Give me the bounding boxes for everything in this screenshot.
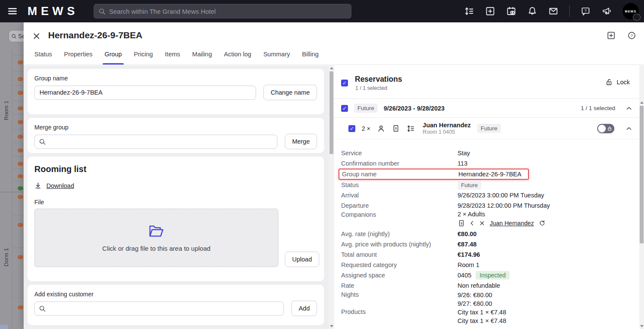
search-icon [39, 138, 46, 145]
svg-text:$: $ [395, 126, 397, 130]
file-label: File [34, 199, 317, 206]
tab-pricing[interactable]: Pricing [128, 51, 159, 65]
download-link[interactable]: Download [34, 182, 74, 189]
reservations-scrollbar[interactable] [639, 65, 644, 329]
timeline-corner [0, 325, 8, 329]
detail-row-service: Service Stay [341, 148, 632, 158]
scrollbar-thumb[interactable] [330, 71, 333, 154]
group-status-badge: Future [354, 104, 378, 113]
tab-properties[interactable]: Properties [58, 51, 98, 65]
chevron-up-icon[interactable] [626, 105, 632, 112]
tab-mailing[interactable]: Mailing [186, 51, 218, 65]
global-search[interactable] [94, 4, 351, 18]
tab-group[interactable]: Group [98, 51, 128, 65]
detail-row-products: Products City tax 1 × €7.48 City tax 1 ×… [341, 308, 632, 325]
occupancy-count: 2 × [362, 125, 370, 132]
detail-row-assigned-space: Assigned space 0405Inspected [341, 270, 632, 280]
detail-row-status: Status Future [341, 180, 632, 190]
merge-button[interactable]: Merge [285, 134, 317, 149]
row-height-icon[interactable] [464, 6, 474, 16]
modal-header: Hernandez-26-9-7BEA ? [24, 22, 644, 51]
guest-room: Room 1 0405 [423, 129, 471, 136]
row-height-icon [406, 124, 415, 133]
timeline-row-label: Room 1 [3, 110, 9, 120]
tab-items[interactable]: Items [159, 51, 186, 65]
add-customer-label: Add existing customer [34, 291, 317, 298]
reservation-row[interactable]: ✓ 2 × $ Juan Hernandez Room 1 0405 Futur… [334, 118, 639, 139]
chevron-left-icon[interactable] [469, 220, 475, 226]
scroll-down-arrow[interactable] [330, 325, 333, 327]
global-search-input[interactable] [109, 8, 347, 15]
group-detail-modal: Hernandez-26-9-7BEA ? Status Properties … [24, 22, 644, 329]
tab-billing[interactable]: Billing [296, 51, 325, 65]
notifications-bell-icon[interactable] [527, 6, 537, 16]
detail-row-nights: Nights 9/26: €80.00 9/27: €80.00 [341, 291, 632, 308]
reservations-panel: ✓ Reservations 1 / 1 selected Lock ✓ Fut… [334, 65, 639, 329]
group-name-input[interactable] [34, 86, 256, 100]
group-form-column: Group name Change name Merge group Merge [24, 65, 329, 329]
detail-row-arrival: Arrival 9/26/2023 3:00:00 PM Tuesday [341, 190, 632, 200]
lock-open-icon [605, 78, 613, 86]
timeline-reservation-dot [18, 162, 23, 166]
scroll-up-arrow[interactable] [640, 101, 644, 104]
add-icon[interactable] [485, 6, 495, 16]
dropzone-text: Click or drag file to this area to uploa… [102, 245, 211, 252]
detail-row-total-amount: Total amount €174.96 [341, 249, 632, 260]
topbar-divider [569, 6, 570, 17]
group-row-checkbox[interactable]: ✓ [341, 105, 348, 112]
detail-row-avg-price: Avg. price with products (nightly) €87.4… [341, 239, 632, 249]
announcements-megaphone-icon[interactable] [601, 6, 612, 16]
reservation-group-row[interactable]: ✓ Future 9/26/2023 - 9/28/2023 1 / 1 sel… [334, 99, 639, 118]
reservations-title: Reservations [355, 75, 402, 84]
lock-toggle[interactable] [597, 124, 614, 133]
timeline-reservation-dot [18, 195, 23, 199]
reservation-checkbox[interactable]: ✓ [348, 125, 355, 132]
timeline-reservation-dot [18, 305, 23, 310]
tab-action-log[interactable]: Action log [218, 51, 257, 65]
lock-button[interactable]: Lock [605, 78, 630, 86]
invoice-icon[interactable]: $ [458, 219, 465, 227]
menu-hamburger-icon[interactable] [5, 4, 20, 18]
svg-text:?: ? [631, 33, 633, 38]
timeline-reservation-dot [18, 223, 23, 227]
detail-row-avg-rate: Avg. rate (nightly) €80.00 [341, 229, 632, 239]
remove-icon[interactable] [479, 220, 485, 226]
form-scrollbar[interactable] [329, 65, 334, 329]
scroll-down-arrow[interactable] [640, 325, 644, 327]
tab-summary[interactable]: Summary [257, 51, 296, 65]
add-button[interactable]: Add [291, 301, 317, 316]
tab-status[interactable]: Status [28, 51, 58, 65]
open-in-new-window-icon[interactable] [607, 31, 616, 40]
add-customer-card: Add existing customer Add [27, 285, 324, 325]
timeline-reservation-dot [18, 60, 23, 65]
add-customer-search-input[interactable] [34, 301, 284, 316]
merge-group-card: Merge group Merge [27, 118, 324, 153]
rooming-list-card: Rooming list Download File Click or drag… [27, 157, 324, 281]
refresh-icon[interactable] [539, 220, 546, 227]
group-name-label: Group name [34, 75, 317, 82]
timeline-row-label: Dorm 1 [3, 256, 9, 267]
scroll-up-arrow[interactable] [330, 67, 333, 69]
reservations-select-all-checkbox[interactable]: ✓ [341, 80, 348, 86]
scrollbar-thumb[interactable] [640, 106, 644, 243]
reservation-details: Service Stay Confirmation number 113 Gro… [334, 139, 639, 325]
upload-button[interactable]: Upload [285, 252, 319, 267]
merge-group-search-input[interactable] [34, 135, 278, 149]
timeline-reservation-dot-green [18, 186, 23, 191]
account-avatar[interactable]: MEWS [623, 3, 639, 19]
mail-icon[interactable] [548, 6, 559, 16]
mews-logo[interactable]: MEWS [27, 5, 79, 18]
background-timeline: Se Room 1 Dorm 1 [0, 22, 24, 329]
inspected-badge: Inspected [476, 271, 510, 280]
companion-link[interactable]: Juan Hernandez [490, 220, 534, 227]
file-dropzone[interactable]: Click or drag file to this area to uploa… [34, 209, 278, 267]
close-icon[interactable] [32, 31, 41, 41]
change-name-button[interactable]: Change name [263, 85, 317, 100]
detail-row-rate: Rate Non refundable [341, 280, 632, 291]
calendar-availability-icon[interactable] [506, 6, 516, 16]
status-badge: Future [458, 181, 481, 190]
help-chat-icon[interactable]: ? [580, 6, 591, 16]
reservation-status-badge: Future [477, 124, 501, 133]
help-icon[interactable]: ? [627, 31, 636, 40]
chevron-up-icon[interactable] [626, 125, 632, 132]
